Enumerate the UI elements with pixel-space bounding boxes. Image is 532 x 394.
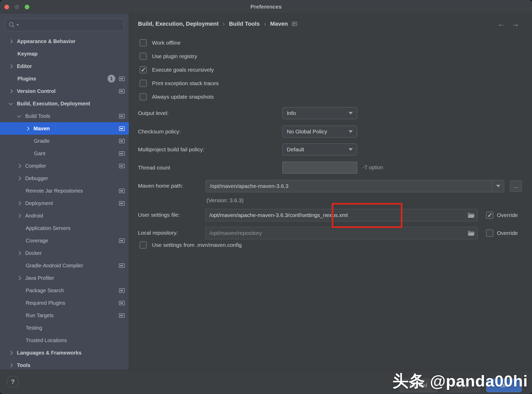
help-button[interactable]: ?: [7, 376, 19, 388]
checksum-policy-select[interactable]: No Global Policy: [282, 126, 357, 138]
sidebar-item-build-tools[interactable]: Build Tools: [0, 110, 129, 122]
sidebar-item-label: Compiler: [25, 163, 46, 169]
sidebar-item-label: Java Profiler: [25, 275, 54, 281]
multiproject-policy-select[interactable]: Default: [282, 144, 357, 155]
chevron-right-icon[interactable]: [9, 39, 13, 43]
chevron-right-icon[interactable]: [17, 251, 21, 255]
local-repository-override-checkbox[interactable]: [486, 229, 493, 237]
chevron-right-icon[interactable]: [17, 276, 21, 280]
search-options-caret-icon[interactable]: [16, 24, 19, 26]
chevron-right-icon[interactable]: [17, 201, 21, 205]
sidebar-item-trusted-locations[interactable]: Trusted Locations: [0, 334, 129, 347]
chevron-down-icon[interactable]: [9, 101, 13, 105]
sidebar-item-debugger[interactable]: Debugger: [0, 172, 129, 185]
sidebar-item-tools[interactable]: Tools: [0, 359, 129, 370]
thread-count-option-note: -T option: [363, 165, 383, 171]
search-icon: [9, 22, 15, 28]
sidebar-item-java-profiler[interactable]: Java Profiler: [0, 272, 129, 284]
maven-home-dropdown-button[interactable]: [492, 180, 504, 192]
sidebar-item-testing[interactable]: Testing: [0, 322, 129, 334]
sidebar-item-application-servers[interactable]: Application Servers: [0, 222, 129, 234]
breadcrumb-part[interactable]: Build Tools: [229, 21, 260, 27]
back-arrow-icon[interactable]: ←: [497, 20, 505, 28]
sidebar-item-gant[interactable]: Gant: [0, 147, 129, 160]
settings-preview-icon: [119, 126, 125, 131]
option-row-execute-goals-recursively[interactable]: Execute goals recursively: [139, 63, 219, 77]
option-row-always-update-snapshots[interactable]: Always update snapshots: [139, 90, 219, 104]
sidebar-item-docker[interactable]: Docker: [0, 247, 129, 259]
use-plugin-registry-checkbox[interactable]: [139, 53, 147, 60]
chevron-right-icon[interactable]: [17, 176, 21, 180]
sidebar-item-required-plugins[interactable]: Required Plugins: [0, 297, 129, 309]
sidebar-item-build-execution-deployment[interactable]: Build, Execution, Deployment: [0, 97, 129, 110]
sidebar-item-remote-jar-repositories[interactable]: Remote Jar Repositories: [0, 185, 129, 197]
option-row-use-plugin-registry[interactable]: Use plugin registry: [139, 50, 219, 63]
sidebar-item-coverage[interactable]: Coverage: [0, 234, 129, 247]
work-offline-checkbox[interactable]: [139, 39, 147, 46]
chevron-down-icon[interactable]: [17, 113, 21, 118]
settings-preview-icon: [119, 114, 125, 118]
chevron-right-icon[interactable]: [17, 164, 21, 168]
sidebar-item-label: Testing: [26, 325, 42, 331]
execute-goals-recursively-checkbox[interactable]: [139, 66, 147, 73]
sidebar-item-gradle[interactable]: Gradle: [0, 135, 129, 147]
use-maven-config-checkbox[interactable]: [139, 241, 147, 249]
breadcrumb-part[interactable]: Build, Execution, Deployment: [138, 21, 218, 27]
sidebar-item-label: Gradle: [34, 138, 50, 144]
chevron-right-icon[interactable]: [25, 126, 30, 131]
settings-preview-icon: [119, 263, 125, 268]
sidebar-item-editor[interactable]: Editor: [0, 60, 129, 72]
output-level-select[interactable]: Info: [282, 107, 357, 119]
chevron-right-icon[interactable]: [9, 351, 13, 355]
breadcrumb-separator-icon: ›: [223, 20, 225, 28]
settings-preview-icon: [119, 313, 125, 318]
sidebar-item-deployment[interactable]: Deployment: [0, 197, 129, 209]
sidebar-item-appearance-behavior[interactable]: Appearance & Behavior: [0, 35, 129, 47]
sidebar-item-label: Coverage: [26, 238, 48, 244]
chevron-right-icon[interactable]: [9, 363, 13, 367]
sidebar-item-run-targets[interactable]: Run Targets: [0, 309, 129, 322]
sidebar-item-compiler[interactable]: Compiler: [0, 160, 129, 172]
user-settings-override-label: Override: [497, 212, 518, 218]
sidebar-item-maven[interactable]: Maven: [0, 122, 129, 135]
search-box[interactable]: [5, 19, 124, 31]
chevron-right-icon[interactable]: [9, 89, 13, 93]
local-repository-input[interactable]: [206, 230, 468, 236]
sidebar-item-plugins[interactable]: Plugins1: [0, 72, 129, 85]
sidebar-item-android[interactable]: Android: [0, 209, 129, 222]
sidebar-item-keymap[interactable]: Keymap: [0, 47, 129, 60]
sidebar-item-label: Gant: [34, 151, 45, 157]
always-update-snapshots-checkbox[interactable]: [139, 93, 147, 100]
settings-preview-icon: [119, 201, 125, 206]
user-settings-override-checkbox[interactable]: [486, 212, 493, 219]
maven-home-browse-button[interactable]: …: [510, 180, 522, 192]
sidebar-item-label: Build Tools: [25, 113, 50, 119]
chevron-right-icon[interactable]: [9, 64, 13, 68]
chevron-down-icon: [349, 112, 353, 114]
checkbox-label: Work offline: [152, 40, 181, 46]
checkbox-label: Print exception stack traces: [152, 80, 219, 86]
folder-icon[interactable]: [468, 230, 475, 236]
sidebar-item-label: Gradle-Android Compiler: [26, 263, 83, 269]
option-row-work-offline[interactable]: Work offline: [139, 36, 219, 50]
forward-arrow-icon[interactable]: →: [512, 20, 520, 28]
sidebar-item-label: Deployment: [25, 200, 53, 206]
use-maven-config-row[interactable]: Use settings from .mvn/maven.config: [139, 238, 242, 252]
option-row-print-exception-stack-traces[interactable]: Print exception stack traces: [139, 77, 219, 90]
titlebar: Preferences: [0, 0, 532, 13]
sidebar-item-label: Appearance & Behavior: [17, 38, 76, 44]
maven-home-combo[interactable]: /opt/maven/apache-maven-3.6.3: [205, 180, 504, 192]
print-exception-stack-traces-checkbox[interactable]: [139, 80, 147, 87]
chevron-right-icon[interactable]: [17, 214, 21, 218]
folder-icon[interactable]: [468, 212, 475, 218]
sidebar-item-gradle-android-compiler[interactable]: Gradle-Android Compiler: [0, 259, 129, 272]
settings-preview-icon: [119, 139, 125, 143]
search-input[interactable]: [22, 22, 121, 28]
sidebar-item-version-control[interactable]: Version Control: [0, 85, 129, 97]
maven-home-label: Maven home path:: [138, 183, 183, 189]
sidebar-item-package-search[interactable]: Package Search: [0, 284, 129, 297]
thread-count-input[interactable]: [282, 162, 357, 174]
sidebar-item-languages-frameworks[interactable]: Languages & Frameworks: [0, 347, 129, 359]
maven-settings-panel: Build, Execution, Deployment › Build Too…: [129, 13, 532, 370]
watermark: 头条 @panda00hi: [393, 370, 528, 392]
